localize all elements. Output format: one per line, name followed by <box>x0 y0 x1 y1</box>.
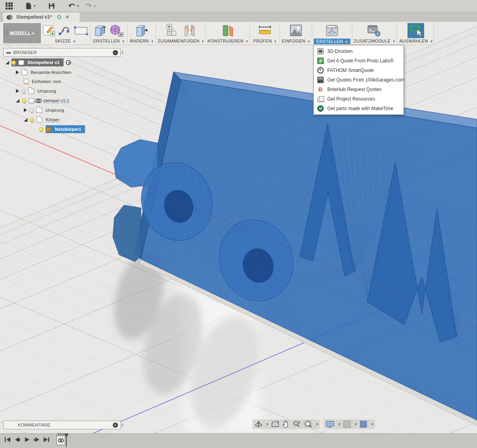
chevron-down-icon[interactable]: ▾ <box>267 422 268 426</box>
zoom-window-button[interactable] <box>303 420 313 428</box>
chevron-down-icon[interactable]: ▾ <box>371 422 373 426</box>
skip-to-start-button[interactable] <box>4 436 11 444</box>
save-button[interactable] <box>45 1 58 11</box>
menu-item-project-resources[interactable]: Get Project Resources <box>314 94 404 104</box>
menu-item-3d-print[interactable]: 3D-Drucken <box>314 47 404 56</box>
measure-button[interactable] <box>257 23 273 38</box>
select-button[interactable] <box>407 23 424 38</box>
panel-grip[interactable]: ‖ <box>122 423 124 427</box>
new-component-button[interactable] <box>164 23 181 38</box>
menu-item-protolabs[interactable]: Get A Quote From Proto Labs® <box>314 56 404 66</box>
toolbar-menu-assemble[interactable]: ZUSAMMENFÜGEN ▾ <box>158 39 204 43</box>
tree-row-linked-component[interactable]: stempel v1:1 <box>16 97 73 105</box>
tree-row-bodies-folder[interactable]: Körper <box>24 116 64 124</box>
view-navigation-bar: ▾ ▾ ▾ ▾ ▾ <box>253 419 375 429</box>
visibility-bulb-icon[interactable] <box>39 127 43 132</box>
rectangle-sketch-button[interactable] <box>73 23 89 38</box>
skip-to-end-button[interactable] <box>43 436 50 444</box>
toolbar-menu-construct[interactable]: KONSTRUIEREN ▾ <box>207 39 248 43</box>
toolbar-menu-sketch[interactable]: SKIZZE ▾ <box>55 39 75 43</box>
visibility-bulb-icon[interactable] <box>30 118 34 122</box>
redo-button[interactable]: ▾ <box>81 1 98 11</box>
insert-image-button[interactable] <box>288 23 304 38</box>
tree-row-named-views[interactable]: Benannte Ansichten <box>16 68 75 76</box>
tree-row-origin[interactable]: Ursprung <box>16 87 60 95</box>
chevron-down-icon[interactable]: ▾ <box>355 422 357 426</box>
collapse-circle-icon[interactable]: − <box>113 50 118 55</box>
expander-closed-icon[interactable] <box>16 89 19 93</box>
step-forward-button[interactable] <box>33 436 40 444</box>
tab-close-icon[interactable]: ✕ <box>65 14 69 20</box>
toolbar-menu-inspect[interactable]: PRÜFEN ▾ <box>253 39 276 43</box>
toolbar-menu-addins[interactable]: ZUSATZMODULE ▾ <box>354 39 395 43</box>
workspace-switcher[interactable]: MODELL ▾ <box>3 23 41 43</box>
create-mesh-button[interactable] <box>108 23 124 38</box>
make-3d-print-button[interactable] <box>324 23 340 38</box>
toolbar-menu-insert[interactable]: EINFÜGEN ▾ <box>282 39 310 43</box>
menu-item-maketime[interactable]: Get parts made with MakeTime <box>314 104 404 113</box>
chevron-down-icon[interactable]: ▾ <box>338 422 340 426</box>
toolbar-menu-modify[interactable]: ÄNDERN ▾ <box>130 39 153 43</box>
addins-button[interactable] <box>365 23 383 38</box>
viewport-3d[interactable]: MODELL ▾ SKIZZE ▾ <box>0 22 477 433</box>
create-box-button[interactable] <box>93 23 107 38</box>
toolbar-menu-create[interactable]: ERSTELLEN ▾ <box>93 39 124 43</box>
visibility-bulb-icon[interactable] <box>22 99 26 103</box>
save-icon <box>48 2 56 10</box>
undo-button[interactable]: ▾ <box>65 1 82 11</box>
timeline-position-marker[interactable] <box>66 434 67 447</box>
timeline-playback-controls <box>4 436 50 444</box>
expander-open-icon[interactable] <box>16 99 19 103</box>
zoom-button[interactable] <box>292 420 301 428</box>
collapse-panel-icon[interactable]: ◀◀ <box>6 51 10 54</box>
menu-item-fathom[interactable]: FATHOM SmartQuote <box>314 66 404 75</box>
browser-panel-header[interactable]: ◀◀ BROWSER − ‖ <box>3 48 121 57</box>
fathom-icon <box>317 67 324 74</box>
press-pull-button[interactable] <box>134 23 149 38</box>
app-grid-button[interactable] <box>0 1 15 11</box>
toolbar-group-sketch: SKIZZE ▾ <box>42 22 89 45</box>
expander-closed-icon[interactable] <box>16 70 19 74</box>
expander-open-icon[interactable] <box>24 118 27 122</box>
panel-grip[interactable]: ‖ <box>122 50 124 55</box>
timeline-bar <box>0 433 477 448</box>
tree-row-mesh-body[interactable]: Netzkörper1 <box>39 125 85 133</box>
add-comment-icon[interactable]: + <box>113 423 118 428</box>
create-sketch-button[interactable] <box>42 23 57 38</box>
menu-item-100kgarages[interactable]: Get Quotes From 100kGarages.com <box>314 75 404 85</box>
orbit-button[interactable] <box>254 420 263 428</box>
expander-closed-icon[interactable] <box>24 108 27 112</box>
document-tab[interactable]: Stempeltest v1* ✕ <box>2 12 80 22</box>
toolbar-menu-select[interactable]: AUSWÄHLEN ▾ <box>399 39 433 43</box>
display-settings-button[interactable] <box>325 420 335 428</box>
toolbar-menu-make[interactable]: ERSTELLEN ▾ <box>314 39 350 44</box>
toolbar-group-insert: EINFÜGEN ▾ <box>282 22 310 45</box>
file-menu-button[interactable]: ▾ <box>22 1 38 11</box>
visibility-bulb-icon[interactable] <box>12 60 16 65</box>
play-button[interactable] <box>24 436 30 444</box>
toolbar-group-create: ERSTELLEN ▾ <box>92 22 126 45</box>
chevron-down-icon[interactable]: ▾ <box>317 422 319 426</box>
visibility-bulb-icon[interactable] <box>21 89 26 93</box>
grid-settings-button[interactable] <box>343 420 351 428</box>
protolabs-icon <box>317 58 324 64</box>
spline-button[interactable] <box>58 23 72 38</box>
comments-panel-header[interactable]: KOMMENTARE + ‖ <box>3 421 121 429</box>
expander-open-icon[interactable] <box>6 61 9 64</box>
app-grid-icon <box>6 2 13 10</box>
workspace-label: MODELL <box>10 31 31 36</box>
tree-row-root-component[interactable]: Stempeltest v1 <box>6 58 73 66</box>
construction-plane-button[interactable] <box>219 23 236 38</box>
tree-row-origin-child[interactable]: Ursprung <box>24 106 68 114</box>
menu-item-britehub[interactable]: BBriteHub Request Quotes <box>314 85 404 94</box>
joint-button[interactable] <box>182 23 198 38</box>
visibility-bulb-icon[interactable] <box>29 108 34 112</box>
model-canvas[interactable] <box>0 22 477 433</box>
activate-component-radio[interactable] <box>66 60 71 65</box>
toolbar-group-construct: KONSTRUIEREN ▾ <box>207 22 248 45</box>
tree-row-units[interactable]: Einheiten: mm <box>24 78 65 85</box>
step-back-button[interactable] <box>14 436 21 444</box>
pan-button[interactable] <box>282 420 290 428</box>
viewport-layout-button[interactable] <box>359 420 368 428</box>
look-at-button[interactable] <box>271 420 280 428</box>
